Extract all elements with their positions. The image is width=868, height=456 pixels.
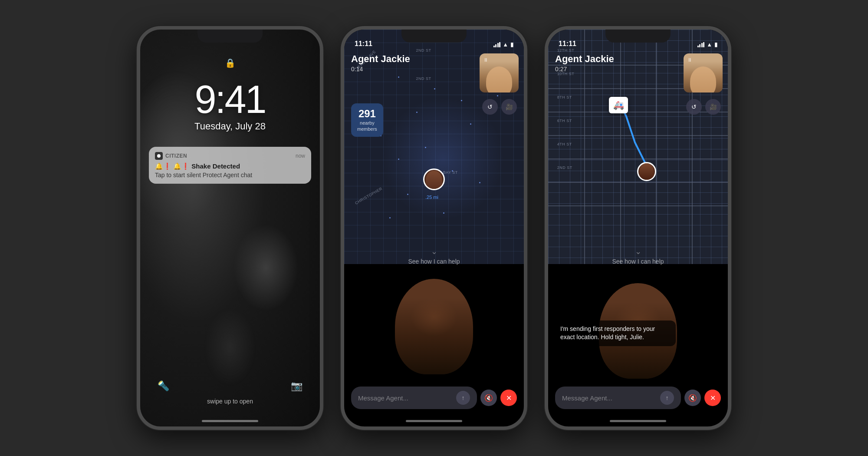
agent-face-shape (486, 66, 512, 93)
phone3-status-icons: ▲ ▮ (697, 41, 717, 48)
wifi-icon: ▲ (503, 41, 508, 48)
flip-camera-button[interactable]: ↺ (482, 99, 498, 115)
see-help-text-3: See how I can help (612, 258, 664, 265)
lock-icon: 🔒 (140, 58, 320, 68)
wifi-icon-3: ▲ (707, 41, 712, 48)
notification-title-text: 🔔❗ Shake Detected (173, 162, 240, 170)
message-bar-3: Message Agent... ↑ 🔇 ✕ (555, 387, 721, 409)
end-call-button-3[interactable]: ✕ (704, 390, 721, 406)
signal-icon-3 (697, 42, 705, 47)
camera-icon[interactable]: 📷 (291, 380, 302, 392)
phone3-time: 11:11 (559, 40, 576, 48)
see-how-i-can-help: ⌄ See how I can help (344, 247, 524, 265)
phone-2-agent-call: 11:11 ▲ ▮ (341, 26, 527, 430)
call-header: Agent Jackie 0:14 (351, 53, 410, 73)
mute-button-3[interactable]: 🔇 (684, 390, 701, 406)
phone-3-agent-call-dispatch: 11:11 ▲ ▮ (545, 26, 731, 430)
chevron-down-icon-3: ⌄ (548, 247, 728, 256)
agent-video-thumbnail-3: ⏸ (684, 53, 723, 93)
pause-icon-3: ⏸ (687, 57, 692, 63)
agent-name: Agent Jackie (351, 53, 410, 65)
call-timer-3: 0:27 (555, 66, 614, 73)
home-indicator[interactable] (202, 420, 258, 422)
flashlight-icon[interactable]: 🔦 (158, 380, 169, 392)
mute-button[interactable]: 🔇 (480, 390, 497, 406)
notification-app-name: CITIZEN (165, 153, 187, 159)
call-header-3: Agent Jackie 0:27 (555, 53, 614, 73)
notification-card[interactable]: CITIZEN now 🔔❗ 🔔❗ Shake Detected Tap to … (149, 147, 311, 184)
nearby-label: nearbymembers (357, 120, 377, 132)
notification-app: CITIZEN (155, 152, 187, 160)
citizen-app-icon (155, 152, 163, 160)
phone2-screen: 11:11 ▲ ▮ (344, 30, 524, 426)
pause-icon: ⏸ (483, 57, 488, 63)
home-indicator-2[interactable] (406, 420, 462, 422)
phone-1-lockscreen: 🔒 9:41 Tuesday, July 28 CITIZEN now 🔔❗ 🔔… (137, 26, 323, 430)
video-controls-3: ↺ 🎥 (686, 99, 721, 115)
call-timer: 0:14 (351, 66, 410, 73)
end-call-button[interactable]: ✕ (500, 390, 517, 406)
phone2-notch (401, 30, 467, 43)
send-button-3[interactable]: ↑ (660, 391, 674, 405)
agent-video-thumbnail: ⏸ (480, 53, 519, 93)
notification-time: now (296, 153, 305, 159)
send-button[interactable]: ↑ (456, 391, 470, 405)
user-pin-3 (637, 162, 656, 181)
mute-icon: 🔇 (484, 394, 493, 402)
lock-bottom-controls: 🔦 📷 (140, 380, 320, 392)
user-avatar (423, 169, 445, 190)
user-location-pin (423, 169, 445, 190)
user-face-inner (395, 279, 473, 374)
phone3-notch (605, 30, 671, 43)
message-placeholder-3: Message Agent... (562, 394, 612, 402)
user-face (426, 171, 442, 189)
see-how-help-3: ⌄ See how I can help (548, 247, 728, 265)
battery-icon: ▮ (510, 41, 513, 48)
notification-emoji: 🔔❗ (155, 162, 173, 170)
message-input[interactable]: Message Agent... ↑ (351, 387, 477, 409)
battery-icon-3: ▮ (714, 41, 717, 48)
chevron-down-icon: ⌄ (344, 247, 524, 256)
face-highlight (411, 298, 457, 336)
street-label-2nd-2: 2ND ST (416, 76, 431, 81)
swipe-hint: swipe up to open (140, 398, 320, 405)
lock-date: Tuesday, July 28 (140, 121, 320, 132)
svg-point-0 (157, 154, 161, 158)
phone2-time: 11:11 (355, 40, 372, 48)
video-button[interactable]: 🎥 (501, 99, 517, 115)
agent-name-3: Agent Jackie (555, 53, 614, 65)
notification-title: 🔔❗ 🔔❗ Shake Detected (155, 162, 305, 170)
end-call-icon-3: ✕ (710, 394, 716, 402)
message-placeholder: Message Agent... (358, 394, 408, 402)
lock-time: 9:41 (140, 77, 320, 122)
street-label-bay: BAY ST (443, 170, 458, 175)
user-avatar-3 (637, 162, 656, 181)
video-controls: ↺ 🎥 (482, 99, 517, 115)
message-bar: Message Agent... ↑ 🔇 ✕ (351, 387, 517, 409)
nearby-count: 291 (357, 108, 377, 120)
see-help-text: See how I can help (408, 258, 460, 265)
notification-body: Tap to start silent Protect Agent chat (155, 172, 305, 178)
signal-icon (493, 42, 501, 47)
video-button-3[interactable]: 🎥 (705, 99, 721, 115)
phone3-screen: 11:11 ▲ ▮ (548, 30, 728, 426)
ambulance-icon: 🚑 (609, 97, 628, 113)
user-face-large (395, 279, 473, 374)
nearby-members-card: 291 nearbymembers (351, 103, 383, 137)
user-face-small-3 (639, 163, 654, 180)
phone2-status-icons: ▲ ▮ (493, 41, 513, 48)
phone1-notch (197, 30, 263, 43)
message-input-3[interactable]: Message Agent... ↑ (555, 387, 681, 409)
distance-label: .25 mi (425, 195, 438, 200)
home-indicator-3[interactable] (610, 420, 666, 422)
end-call-icon: ✕ (506, 394, 512, 402)
notification-header: CITIZEN now (155, 152, 305, 160)
agent-caption: I'm sending first responders to your exa… (555, 321, 676, 346)
flip-camera-button-3[interactable]: ↺ (686, 99, 702, 115)
mute-icon-3: 🔇 (688, 394, 697, 402)
agent-face-shape-3 (690, 66, 716, 93)
